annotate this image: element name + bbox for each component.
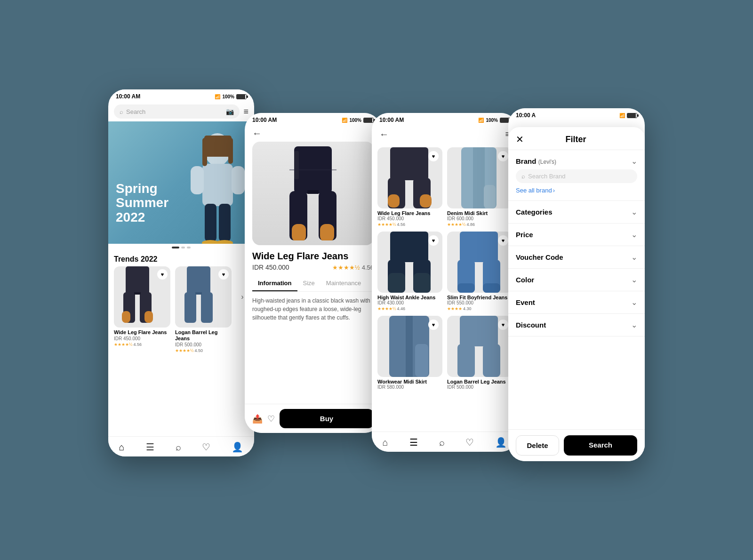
nav-search-1[interactable]: ⌕ [176,442,181,453]
search-button[interactable]: Search [564,435,637,456]
tab-size[interactable]: Size [297,276,320,291]
grid-wishlist-3[interactable]: ♥ [428,235,439,246]
search-bar-1[interactable]: ⌕ Search 📷 ≡ [114,104,248,119]
back-arrow-2[interactable]: ← [252,128,262,138]
delete-button[interactable]: Delete [516,435,559,456]
svg-rect-48 [406,316,413,377]
grid-wishlist-4[interactable]: ♥ [498,235,508,246]
grid-card-2[interactable]: ♥ Denim Midi Skirt IDR 600.000 ★★★★½ 4.8… [447,147,512,227]
filter-discount-header[interactable]: Discount ⌄ [516,320,637,329]
product-price-1: IDR 450.000 [114,336,170,341]
grid-wishlist-2[interactable]: ♥ [498,151,508,161]
svg-rect-5 [232,166,245,194]
nav-list-1[interactable]: ☰ [146,441,154,453]
grid-rating-2: 4.86 [467,222,475,227]
camera-icon-1[interactable]: 📷 [226,108,234,115]
svg-rect-50 [460,316,498,346]
grid-img-6: ♥ [447,316,512,377]
wifi-icon: 📶 [215,94,220,99]
product-name-1: Wide Leg Flare Jeans [114,329,170,336]
close-icon[interactable]: ✕ [516,134,524,145]
see-all-brand[interactable]: See all brand › [516,187,637,194]
hero-text: Spring Summer 2022 [116,182,168,225]
phone-detail: 10:00 AM 📶 100% ← Wid [245,113,381,433]
product-price-detail: IDR 450.000 [252,264,289,271]
filter-categories-header[interactable]: Categories ⌄ [516,208,637,216]
share-icon[interactable]: 📤 [252,414,263,424]
buy-button[interactable]: Buy [280,409,374,428]
nav-home-3[interactable]: ⌂ [382,437,388,448]
hero-line2: Summer [116,196,168,210]
nav-list-3[interactable]: ☰ [409,437,418,448]
filter-price-section[interactable]: Price ⌄ [508,224,645,246]
filter-voucher-section[interactable]: Voucher Code ⌄ [508,246,645,269]
filter-categories-title: Categories [516,208,553,216]
filter-categories-section[interactable]: Categories ⌄ [508,201,645,224]
product-detail-name: Wide Leg Flare Jeans [252,251,374,262]
nav-person-1[interactable]: 👤 [232,441,243,453]
product-card-2[interactable]: ♥ Logan Barrel Leg Jeans IDR 500.000 ★★★… [175,266,232,353]
rating-1: 4.56 [134,342,142,347]
svg-rect-35 [473,147,485,208]
wishlist-1[interactable]: ♥ [157,269,168,280]
phone-listing: 10:00 AM 📶 100% ← ≡ [372,113,518,452]
tab-information[interactable]: Information [252,276,297,291]
grid-card-4[interactable]: ♥ Slim Fit Boyfriend Jeans IDR 550.000 ★… [447,232,512,311]
grid-card-3[interactable]: ♥ High Waist Ankle Jeans IDR 430.000 ★★★… [377,232,442,311]
grid-rating-3: 4.46 [397,306,406,311]
filter-event-header[interactable]: Event ⌄ [516,298,637,307]
battery-label-2: 100% [349,118,361,123]
svg-rect-4 [191,166,204,194]
grid-wishlist-1[interactable]: ♥ [428,151,439,161]
nav-heart-1[interactable]: ♡ [202,441,210,453]
battery-label-3: 100% [486,118,498,123]
svg-rect-32 [420,194,432,208]
filter-price-header[interactable]: Price ⌄ [516,230,637,239]
svg-rect-16 [122,311,130,323]
filter-header: ✕ Filter [508,127,645,150]
grid-card-1[interactable]: ♥ Wide Leg Flare Jeans IDR 450.000 ★★★★½… [377,147,442,227]
grid-name-2: Denim Midi Skirt [447,210,512,216]
wifi-icon-2: 📶 [342,118,347,123]
grid-wishlist-5[interactable]: ♥ [428,320,439,330]
filter-voucher-title: Voucher Code [516,253,563,261]
nav-home-1[interactable]: ⌂ [119,442,124,453]
filter-color-header[interactable]: Color ⌄ [516,275,637,284]
wishlist-2[interactable]: ♥ [218,269,229,280]
filter-discount-section[interactable]: Discount ⌄ [508,314,645,336]
svg-rect-40 [388,273,405,293]
nav-search-3[interactable]: ⌕ [439,437,445,448]
tab-maintenance[interactable]: Maintenance [320,276,367,291]
nav-heart-3[interactable]: ♡ [465,437,474,448]
wifi-icon-4: 📶 [619,113,625,118]
filter-color-section[interactable]: Color ⌄ [508,269,645,291]
grid-star-icons-4: ★★★★ [447,306,462,311]
back-arrow-3[interactable]: ← [379,129,389,140]
listing-header: ← ≡ [372,125,518,144]
brand-search-wrap[interactable]: ⌕ Search Brand [516,169,637,183]
grid-card-6[interactable]: ♥ Logan Barrel Leg Jeans IDR 500.000 [447,316,512,390]
filter-price-title: Price [516,231,533,239]
brand-value: (Levi's) [538,159,556,165]
brand-chevron: ⌄ [631,157,637,166]
product-img-1: ♥ [114,266,170,328]
product-card-1[interactable]: ♥ Wide Leg Flare Jeans IDR 450.000 ★★★★½… [114,266,170,347]
search-input-wrap-1[interactable]: ⌕ Search 📷 [114,104,240,119]
stars-rating-detail: ★★★★½ 4.56 [332,264,374,271]
heart-icon-btn[interactable]: ♡ [267,414,275,424]
grid-star-icons-3: ★★★★½ [377,306,396,311]
grid-card-5[interactable]: ♥ Workwear Midi Skirt IDR 580.000 [377,316,442,390]
grid-rating-4: 4.30 [463,306,472,311]
phone-filter: 10:00 A 📶 ← ✕ Filter [508,108,645,461]
svg-rect-25 [320,224,334,240]
stars-row-2: ★★★★½ 4.50 [175,348,232,353]
grid-wishlist-6[interactable]: ♥ [498,320,508,330]
svg-rect-51 [457,344,475,377]
grid-price-2: IDR 600.000 [447,216,512,221]
filter-event-section[interactable]: Event ⌄ [508,291,645,314]
filter-brand-header[interactable]: Brand (Levi's) ⌄ [516,157,637,166]
filter-icon-1[interactable]: ≡ [243,107,248,117]
nav-person-3[interactable]: 👤 [495,437,507,448]
filter-voucher-header[interactable]: Voucher Code ⌄ [516,253,637,262]
product-grid: ♥ Wide Leg Flare Jeans IDR 450.000 ★★★★½… [372,144,518,393]
